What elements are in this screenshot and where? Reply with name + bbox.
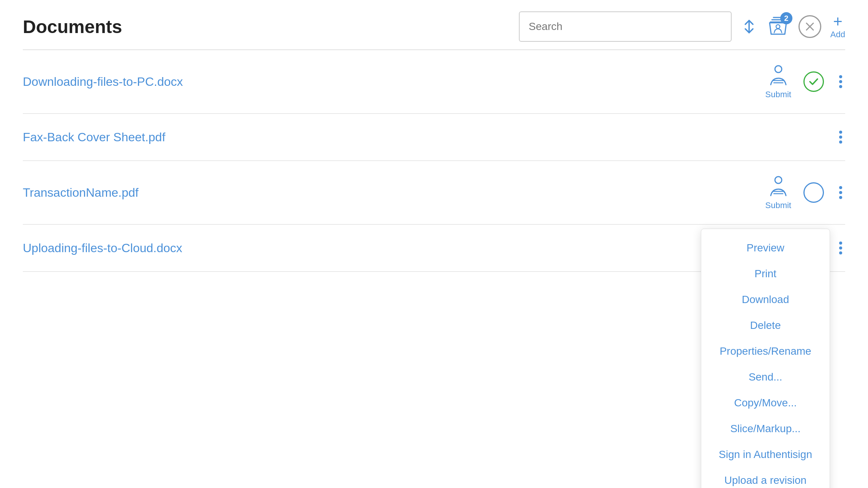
doc-actions [836,238,845,257]
svg-point-4 [776,25,780,28]
table-row: TransactionName.pdf Submit [23,161,845,225]
submit-icon [766,64,791,88]
context-menu-properties-rename[interactable]: Properties/Rename [701,338,830,364]
sort-icon [741,18,757,35]
context-menu: Preview Print Download Delete Properties… [701,229,830,488]
more-options-button[interactable] [836,128,845,147]
empty-icon [808,186,820,199]
svg-point-10 [775,177,782,183]
dot [839,246,842,250]
document-list: Downloading-files-to-PC.docx Submit [23,50,845,272]
add-label: Add [830,30,845,39]
dot [839,75,842,78]
context-menu-print[interactable]: Print [701,261,830,287]
context-menu-slice-markup[interactable]: Slice/Markup... [701,416,830,442]
submit-icon [766,175,791,199]
check-icon [808,76,820,88]
dot [839,141,842,144]
submit-button[interactable]: Submit [765,64,791,99]
add-plus-icon: + [833,14,843,30]
svg-point-7 [775,66,782,73]
table-row: Fax-Back Cover Sheet.pdf [23,114,845,161]
page-container: Documents [0,0,868,283]
table-row: Uploading-files-to-Cloud.docx Preview Pr… [23,225,845,272]
table-row: Downloading-files-to-PC.docx Submit [23,50,845,114]
document-name[interactable]: Downloading-files-to-PC.docx [23,75,183,89]
context-menu-sign-authentisign[interactable]: Sign in Authentisign [701,442,830,467]
dot [839,186,842,189]
submit-label: Submit [765,90,791,99]
context-menu-send[interactable]: Send... [701,364,830,390]
dot [839,191,842,194]
basket-badge: 2 [780,12,792,24]
close-icon [804,21,816,32]
dot [839,196,842,199]
more-options-button[interactable] [836,72,845,91]
close-button[interactable] [798,15,821,38]
context-menu-delete[interactable]: Delete [701,313,830,338]
status-check-circle[interactable] [803,71,824,92]
document-name[interactable]: Uploading-files-to-Cloud.docx [23,241,182,255]
doc-actions [836,128,845,147]
more-options-button[interactable] [836,183,845,202]
doc-actions: Submit [765,175,845,210]
dot [839,242,842,245]
dot [839,251,842,254]
sort-button[interactable] [741,18,757,35]
document-name[interactable]: Fax-Back Cover Sheet.pdf [23,130,165,144]
context-menu-preview[interactable]: Preview [701,235,830,261]
submit-label: Submit [765,201,791,210]
context-menu-copy-move[interactable]: Copy/Move... [701,390,830,416]
header: Documents [23,11,845,50]
add-button[interactable]: + Add [830,14,845,39]
doc-actions: Submit [765,64,845,99]
dot [839,80,842,83]
context-menu-upload-revision[interactable]: Upload a revision [701,467,830,488]
submit-button[interactable]: Submit [765,175,791,210]
status-check-circle[interactable] [803,182,824,203]
dot [839,131,842,134]
dot [839,136,842,139]
header-right: 2 + Add [519,11,845,42]
basket-button[interactable]: 2 [767,15,789,38]
more-options-button[interactable] [836,238,845,257]
document-name[interactable]: TransactionName.pdf [23,186,139,200]
page-title: Documents [23,16,122,37]
dot [839,85,842,88]
context-menu-download[interactable]: Download [701,287,830,313]
search-input[interactable] [519,11,732,42]
